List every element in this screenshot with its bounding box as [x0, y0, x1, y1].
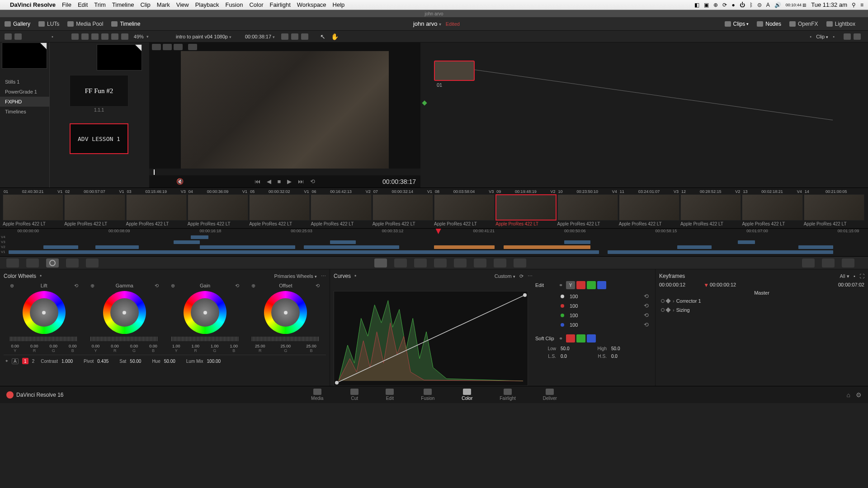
reset-icon[interactable]: ⟲: [73, 283, 79, 288]
expand-icon[interactable]: [111, 33, 118, 40]
sc-high[interactable]: 50.0: [611, 346, 634, 351]
sc-g-button[interactable]: [576, 334, 585, 343]
picker-icon[interactable]: ⊕: [251, 283, 256, 288]
contrast-value[interactable]: 1.000: [61, 359, 73, 364]
reset-icon[interactable]: ⟲: [644, 321, 649, 328]
viewer-mode-icon[interactable]: [152, 44, 161, 50]
timeline-name[interactable]: intro to paint v04 1080p ▾: [176, 34, 231, 39]
wheel-slider[interactable]: [171, 337, 239, 341]
viewer-wand-icon[interactable]: [188, 44, 197, 50]
page-color[interactable]: Color: [462, 389, 472, 401]
status-icon[interactable]: ▣: [704, 2, 709, 8]
page-fusion[interactable]: Fusion: [421, 389, 434, 401]
key-icon[interactable]: [474, 258, 486, 267]
wheel-slider[interactable]: [10, 337, 78, 341]
menu-fusion[interactable]: Fusion: [225, 1, 243, 8]
viewer-timecode[interactable]: 00:00:38:17 ▾: [245, 34, 275, 39]
sc-low[interactable]: 50.0: [561, 346, 583, 351]
app-name[interactable]: DaVinci Resolve: [10, 1, 56, 8]
clip-thumbnail[interactable]: 1200:28:52:15V2 Apple ProRes 422 LT: [680, 189, 741, 226]
qualifier-icon[interactable]: [394, 258, 407, 267]
clip-thumbnail[interactable]: 1103:24:01:07V3 Apple ProRes 422 LT: [619, 189, 679, 226]
channel-dot-icon[interactable]: [561, 314, 564, 317]
auto-icon[interactable]: A: [12, 358, 19, 364]
status-icon[interactable]: ⏻: [740, 2, 745, 8]
still-title[interactable]: FF Fun #2: [70, 75, 128, 107]
still-adv-lesson[interactable]: ADV LESSON 1: [70, 123, 128, 154]
gallery-thumb-b[interactable]: [97, 44, 142, 70]
more-icon[interactable]: [854, 33, 861, 40]
sort-icon[interactable]: [71, 33, 79, 40]
kf-playhead-icon[interactable]: ▼: [703, 282, 709, 288]
channel-value[interactable]: 100: [570, 313, 588, 318]
notification-icon[interactable]: ≡: [860, 2, 863, 8]
channel-g-button[interactable]: [587, 281, 596, 289]
clip-thumbnail[interactable]: 0200:00:57:07V1 Apple ProRes 422 LT: [64, 189, 125, 226]
openfx-button[interactable]: OpenFX: [789, 21, 818, 27]
timeline-clip[interactable]: [200, 245, 295, 249]
color-wheel[interactable]: [184, 291, 226, 334]
clip-selector[interactable]: Clip ▾: [816, 34, 828, 39]
picker-icon[interactable]: ⊕: [170, 283, 176, 288]
sidebar-toggle-icon[interactable]: [5, 33, 12, 40]
reset-icon[interactable]: ⟲: [644, 312, 649, 319]
timeline-clip[interactable]: [608, 250, 833, 254]
wifi-icon[interactable]: ⊝: [757, 2, 762, 8]
menu-help[interactable]: Help: [333, 1, 345, 8]
blur-icon[interactable]: [454, 258, 467, 267]
grab-still-icon[interactable]: [14, 33, 22, 40]
hue-value[interactable]: 50.00: [164, 359, 175, 364]
timeline-clip[interactable]: [738, 240, 755, 244]
fullscreen-icon[interactable]: [291, 33, 298, 40]
settings-icon[interactable]: ⚙: [856, 391, 862, 399]
lummix-value[interactable]: 100.00: [207, 359, 221, 364]
reset-icon[interactable]: ⟲: [644, 302, 649, 309]
sidebar-item-stills[interactable]: Stills 1: [0, 77, 49, 87]
lightbox-button[interactable]: Lightbox: [826, 21, 855, 27]
menu-edit[interactable]: Edit: [78, 1, 88, 8]
3d-icon[interactable]: [514, 258, 526, 267]
motion-effects-icon[interactable]: [86, 258, 99, 267]
search-icon[interactable]: [101, 33, 108, 40]
color-wheel[interactable]: [264, 291, 307, 334]
clip-thumbnail[interactable]: 1000:23:50:10V4 Apple ProRes 422 LT: [557, 189, 618, 226]
reset-icon[interactable]: ⟲: [154, 283, 159, 288]
reset-icon[interactable]: ⟲: [315, 283, 321, 288]
expand-icon[interactable]: [844, 33, 851, 40]
status-icon[interactable]: ⊕: [713, 2, 718, 8]
status-icon[interactable]: ◧: [694, 2, 699, 8]
menu-clip[interactable]: Clip: [140, 1, 150, 8]
page-2[interactable]: 2: [32, 359, 35, 364]
timeline-clip[interactable]: [564, 240, 590, 244]
pivot-value[interactable]: 0.435: [97, 359, 108, 364]
kf-track-sizing[interactable]: › Sizing: [659, 305, 864, 314]
sat-value[interactable]: 50.00: [130, 359, 141, 364]
color-wheel[interactable]: [103, 291, 146, 334]
reset-icon[interactable]: ⟲: [235, 283, 240, 288]
last-frame-icon[interactable]: ⏭: [298, 178, 304, 185]
viewer-split-icon[interactable]: [163, 44, 172, 50]
sidebar-item-powergrade[interactable]: PowerGrade 1: [0, 87, 49, 97]
list-icon[interactable]: [91, 33, 99, 40]
timeline-clip[interactable]: [9, 250, 599, 254]
volume-icon[interactable]: 🔊: [774, 2, 781, 8]
sidebar-item-fxphd[interactable]: FXPHD: [0, 97, 49, 107]
color-match-icon[interactable]: [26, 258, 39, 267]
page-media[interactable]: Media: [311, 389, 323, 401]
bluetooth-icon[interactable]: ᛒ: [750, 2, 753, 8]
page-deliver[interactable]: Deliver: [543, 389, 557, 401]
timeline-clip[interactable]: [304, 245, 399, 249]
page-1-badge[interactable]: 1: [22, 358, 28, 364]
camera-raw-icon[interactable]: [6, 258, 19, 267]
timeline-clip[interactable]: [43, 245, 78, 249]
timeline-clip[interactable]: [504, 245, 590, 249]
clip-thumbnail[interactable]: 0400:00:36:09V1 Apple ProRes 422 LT: [188, 189, 248, 226]
status-icon[interactable]: ●: [731, 2, 735, 8]
curves-icon[interactable]: [374, 258, 387, 267]
hand-tool-icon[interactable]: ✋: [331, 33, 339, 40]
curves-graph[interactable]: [334, 291, 528, 386]
node-input-icon[interactable]: [422, 100, 427, 105]
picker-icon[interactable]: ⊕: [90, 283, 95, 288]
timeline-clip[interactable]: [191, 235, 208, 239]
timeline-clip[interactable]: [677, 245, 712, 249]
